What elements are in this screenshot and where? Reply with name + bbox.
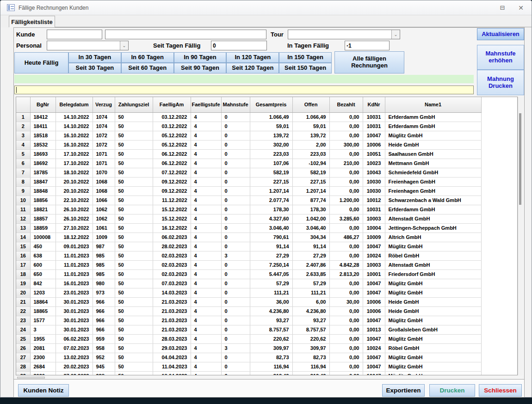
in-90-tagen-button[interactable]: In 90 Tagen bbox=[174, 52, 227, 63]
cell[interactable]: 309,97 bbox=[292, 343, 329, 353]
chevron-down-icon[interactable]: ⌄ bbox=[391, 30, 400, 39]
cell[interactable]: 06.02.2023 bbox=[56, 334, 93, 343]
column-header[interactable]: FaelligAm bbox=[153, 97, 191, 112]
cell[interactable]: 28.02.2023 bbox=[153, 242, 191, 251]
cell[interactable]: 0 bbox=[221, 177, 250, 186]
cell[interactable]: 1062 bbox=[93, 214, 115, 223]
cell[interactable]: 27,29 bbox=[292, 251, 329, 260]
cell[interactable]: 50 bbox=[115, 316, 153, 325]
cell[interactable]: 0 bbox=[221, 371, 250, 375]
cell[interactable]: 4 bbox=[191, 177, 221, 186]
column-header[interactable]: Verzug bbox=[93, 97, 115, 112]
cell[interactable]: 29.03.2023 bbox=[153, 343, 191, 353]
cell[interactable]: 59,01 bbox=[292, 122, 329, 131]
cell[interactable]: 20.10.2022 bbox=[56, 177, 93, 186]
in-tagen-input[interactable] bbox=[345, 41, 390, 50]
cell[interactable]: 50 bbox=[115, 177, 153, 186]
cell[interactable]: 1009 bbox=[93, 233, 115, 242]
cell[interactable]: Müglitz GmbH bbox=[385, 353, 481, 362]
cell[interactable]: 959 bbox=[93, 334, 115, 343]
cell[interactable]: 0,00 bbox=[329, 122, 363, 131]
cell[interactable]: 220,62 bbox=[292, 334, 329, 343]
cell[interactable]: 18692 bbox=[30, 159, 56, 168]
column-header[interactable]: Name1 bbox=[385, 97, 481, 112]
row-number[interactable]: 12 bbox=[16, 214, 30, 223]
row-number[interactable]: 19 bbox=[16, 279, 30, 288]
cell[interactable]: 227,15 bbox=[250, 177, 292, 186]
cell[interactable]: 1.207,14 bbox=[250, 186, 292, 196]
cell[interactable]: 1.066,49 bbox=[250, 112, 292, 122]
cell[interactable]: 22.10.2022 bbox=[56, 196, 93, 205]
cell[interactable]: 0 bbox=[221, 288, 250, 297]
cell[interactable]: 10047 bbox=[363, 353, 385, 362]
cell[interactable]: 0 bbox=[221, 140, 250, 149]
cell[interactable]: 10051 bbox=[363, 149, 385, 159]
column-header[interactable] bbox=[16, 97, 30, 112]
cell[interactable]: 93,27 bbox=[250, 316, 292, 325]
cell[interactable]: 2300 bbox=[30, 353, 56, 362]
cell[interactable]: 4 bbox=[191, 233, 221, 242]
table-row[interactable]: 111882126.10.202210625015.12.202240178,3… bbox=[16, 205, 481, 214]
cell[interactable]: 3 bbox=[30, 325, 56, 334]
cell[interactable]: 0 bbox=[221, 233, 250, 242]
cell[interactable]: Müglitz GmbH bbox=[385, 131, 481, 140]
cell[interactable]: 10047 bbox=[363, 279, 385, 288]
cell[interactable]: 4 bbox=[191, 251, 221, 260]
cell[interactable]: 0 bbox=[221, 279, 250, 288]
cell[interactable]: 50 bbox=[115, 168, 153, 177]
in-120-tagen-button[interactable]: In 120 Tagen bbox=[226, 52, 279, 63]
cell[interactable]: 50 bbox=[115, 306, 153, 316]
row-number[interactable]: 18 bbox=[16, 269, 30, 279]
cell[interactable]: 10047 bbox=[363, 131, 385, 140]
cell[interactable]: 980 bbox=[93, 279, 115, 288]
chevron-down-icon[interactable]: ⌄ bbox=[120, 41, 128, 50]
cell[interactable]: 4.236,80 bbox=[250, 306, 292, 316]
cell[interactable]: 0,00 bbox=[329, 279, 363, 288]
row-number[interactable]: 3 bbox=[16, 131, 30, 140]
tab-faelligkeitsliste[interactable]: Fälligkeitsliste bbox=[9, 16, 55, 27]
cell[interactable]: 10003 bbox=[363, 260, 385, 269]
row-number[interactable]: 27 bbox=[16, 353, 30, 362]
cell[interactable]: 4.842,28 bbox=[329, 260, 363, 269]
cell[interactable]: 0 bbox=[221, 168, 250, 177]
kunde-name-input[interactable] bbox=[105, 30, 266, 39]
cell[interactable]: 3.046,40 bbox=[292, 223, 329, 233]
cell[interactable]: 4 bbox=[191, 260, 221, 269]
table-row[interactable]: 211886430.01.20239665021.03.20234036,006… bbox=[16, 297, 481, 306]
cell[interactable]: Müglitz GmbH bbox=[385, 362, 481, 371]
cell[interactable]: 2081 bbox=[30, 343, 56, 353]
cell[interactable]: 790,61 bbox=[250, 233, 292, 242]
cell[interactable]: 18532 bbox=[30, 140, 56, 149]
cell[interactable]: 5.447,05 bbox=[250, 269, 292, 279]
cell[interactable]: 4 bbox=[191, 196, 221, 205]
column-header[interactable]: KdNr bbox=[363, 97, 385, 112]
cell[interactable]: 0 bbox=[221, 122, 250, 131]
cell[interactable]: 15.12.2022 bbox=[153, 205, 191, 214]
cell[interactable]: Freienhagen GmbH bbox=[385, 186, 481, 196]
cell[interactable]: 4 bbox=[191, 159, 221, 168]
cell[interactable]: 3020 bbox=[30, 371, 56, 375]
cell[interactable]: 10047 bbox=[363, 371, 385, 375]
table-row[interactable]: 131885927.10.202210615016.12.2022403.046… bbox=[16, 223, 481, 233]
cell[interactable]: 966 bbox=[93, 325, 115, 334]
cell[interactable]: 30.01.2023 bbox=[56, 297, 93, 306]
cell[interactable]: 50 bbox=[115, 122, 153, 131]
cell[interactable]: 4 bbox=[191, 223, 221, 233]
cell[interactable]: Röbel GmbH bbox=[385, 343, 481, 353]
cell[interactable]: 82,73 bbox=[292, 353, 329, 362]
cell[interactable]: 10031 bbox=[363, 112, 385, 122]
cell[interactable]: 212,42 bbox=[250, 371, 292, 375]
cell[interactable]: 18693 bbox=[30, 149, 56, 159]
cell[interactable]: 57,29 bbox=[250, 279, 292, 288]
cell[interactable]: 30.01.2023 bbox=[56, 306, 93, 316]
exportieren-button[interactable]: Exportieren bbox=[382, 384, 425, 397]
cell[interactable]: 0,00 bbox=[329, 168, 363, 177]
cell[interactable]: 10031 bbox=[363, 122, 385, 131]
schliessen-button[interactable]: Schliessen bbox=[479, 384, 522, 397]
cell[interactable]: 18857 bbox=[30, 214, 56, 223]
cell[interactable]: 1071 bbox=[93, 149, 115, 159]
cell[interactable]: 4 bbox=[191, 269, 221, 279]
cell[interactable]: 50 bbox=[115, 334, 153, 343]
cell[interactable]: 4 bbox=[191, 371, 221, 375]
cell[interactable]: 10047 bbox=[363, 362, 385, 371]
